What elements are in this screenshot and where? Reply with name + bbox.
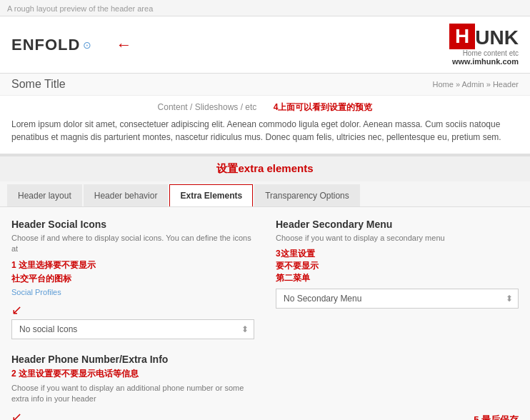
settings-content: Header Social Icons Choose if and where … (0, 207, 530, 420)
ann5-text: 5 最后保存 (474, 414, 519, 420)
settings-title: 设置extra elements (0, 156, 530, 181)
phone-desc: Choose if you want to display an additio… (11, 383, 254, 405)
content-area: Content / Slideshows / etc 4上面可以看到设置的预览 … (0, 96, 530, 156)
secondary-menu-group: Header Secondary Menu Choose if you want… (276, 219, 519, 339)
secondary-menu-title: Header Secondary Menu (276, 219, 519, 230)
tab-extra-elements[interactable]: Extra Elements (169, 184, 253, 206)
ann3c-text: 第二菜单 (276, 272, 519, 284)
ann1-text: 1 这里选择要不要显示 (11, 259, 254, 271)
logo-icon: ⊙ (83, 39, 91, 51)
header-preview: ENFOLD⊙ ← H UNK Home content etc www.imh… (0, 16, 530, 74)
social-icons-title: Header Social Icons (11, 219, 254, 230)
content-label: Content / Slideshows / etc (158, 102, 257, 112)
ann3b-text: 要不要显示 (276, 260, 519, 272)
hunk-url: www.imhunk.com (449, 57, 519, 66)
content-header: Content / Slideshows / etc 4上面可以看到设置的预览 (11, 101, 519, 114)
hunk-text: UNK (475, 26, 519, 49)
settings-grid: Header Social Icons Choose if and where … (11, 219, 519, 420)
secondary-menu-desc: Choose if you want to display a secondar… (276, 233, 519, 244)
ann1b-text: 社交平台的图标 (11, 273, 254, 285)
secondary-menu-select-wrapper: No Secondary Menu Show Secondary Menu (276, 289, 519, 309)
logo-text: ENFOLD (11, 36, 80, 54)
arrow-down-social: ↙ (11, 302, 254, 318)
tab-header-behavior[interactable]: Header behavior (84, 184, 169, 206)
preview-label: A rough layout preview of the header are… (0, 0, 530, 16)
ann2-text: 2 这里设置要不要显示电话等信息 (11, 368, 254, 380)
ann4-label: 4上面可以看到设置的预览 (274, 102, 373, 112)
ann5-group: 5 最后保存 ↘ (276, 354, 519, 420)
secondary-menu-select[interactable]: No Secondary Menu Show Secondary Menu (276, 289, 519, 309)
breadcrumb-title: Some Title (11, 78, 66, 91)
settings-section: 设置extra elements Header layout Header be… (0, 156, 530, 420)
breadcrumb-bar: Some Title Home » Admin » Header (0, 74, 530, 96)
ann5-container: 5 最后保存 ↘ (474, 414, 519, 420)
breadcrumb-nav: Home » Admin » Header (433, 80, 519, 89)
arrow-down-phone: ↙ (11, 409, 254, 420)
phone-group: Header Phone Number/Extra Info 2 这里设置要不要… (11, 354, 254, 420)
ann3-text: 3这里设置 (276, 248, 519, 260)
hunk-logo: H UNK Home content etc www.imhunk.com (449, 24, 519, 66)
hunk-logo-box: H (449, 24, 475, 49)
tab-transparency-options[interactable]: Transparency Options (254, 184, 360, 206)
social-icons-select-wrapper: No social Icons Show social Icons (11, 319, 254, 339)
hunk-subtext: Home content etc (449, 49, 519, 57)
social-icons-desc: Choose if and where to display social ic… (11, 233, 254, 255)
social-profiles-link[interactable]: Social Profiles (11, 288, 254, 296)
tabs-bar: Header layout Header behavior Extra Elem… (0, 181, 530, 207)
logo-area: ENFOLD⊙ ← (11, 36, 131, 54)
preview-area: A rough layout preview of the header are… (0, 0, 530, 156)
arrow-annotation: ← (116, 36, 131, 54)
social-icons-select[interactable]: No social Icons Show social Icons (11, 319, 254, 339)
phone-title: Header Phone Number/Extra Info (11, 354, 254, 365)
content-text: Lorem ipsum dolor sit amet, consectetuer… (11, 118, 519, 144)
tab-header-layout[interactable]: Header layout (7, 184, 82, 206)
social-icons-group: Header Social Icons Choose if and where … (11, 219, 254, 339)
